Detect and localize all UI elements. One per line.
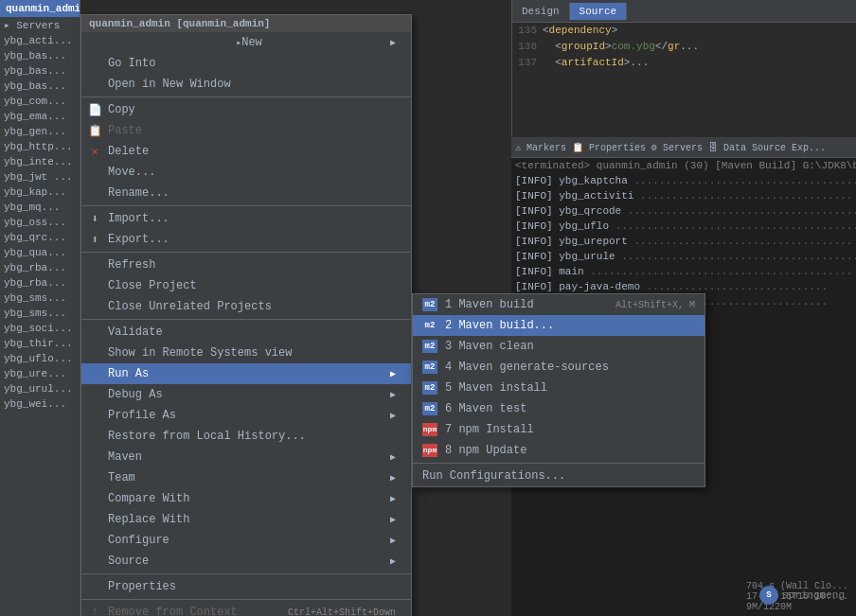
editor-tabs: Design Source: [512, 0, 856, 23]
toolbar-properties[interactable]: 📋 Properties: [572, 142, 646, 153]
tab-source[interactable]: Source: [570, 3, 628, 20]
run-as-arrow-icon: ▶: [390, 368, 396, 379]
tab-design[interactable]: Design: [512, 3, 570, 20]
m2-icon: m2: [422, 340, 437, 353]
menu-item-show-remote[interactable]: Show in Remote Systems view: [81, 343, 411, 363]
editor-toolbar: ⚠ Markers 📋 Properties ⚙ Servers 🗄 Data …: [511, 137, 856, 158]
export-icon: ⬆: [85, 233, 104, 247]
menu-item-restore[interactable]: Restore from Local History...: [81, 426, 411, 447]
menu-item-refresh[interactable]: Refresh: [81, 255, 411, 275]
sidebar-item[interactable]: ybg_http...: [0, 139, 80, 154]
sidebar-item[interactable]: ybg_uflo...: [0, 351, 80, 366]
menu-item-team[interactable]: Team ▶: [81, 467, 411, 488]
code-content: <dependency>: [543, 23, 617, 39]
menu-item-import[interactable]: ⬇ Import...: [81, 208, 411, 229]
menu-item-export[interactable]: ⬆ Export...: [81, 229, 411, 250]
menu-item-run-as[interactable]: Run As ▶: [81, 363, 411, 384]
copy-icon: 📄: [85, 103, 104, 117]
editor-line-136: 136 <groupId>com.ybg</gr...: [512, 39, 856, 55]
compare-arrow-icon: ▶: [390, 493, 396, 504]
sidebar-item[interactable]: ybg_ema...: [0, 109, 80, 124]
console-line: [INFO] ybg_ureport .....................…: [511, 234, 856, 249]
menu-item-configure[interactable]: Configure ▶: [81, 530, 411, 551]
separator: [81, 97, 411, 97]
submenu-item-maven-test[interactable]: m2 6 Maven test: [413, 398, 704, 419]
menu-item-compare[interactable]: Compare With ▶: [81, 488, 411, 509]
menu-item-open-window[interactable]: Open in New Window: [81, 74, 411, 95]
sidebar-item[interactable]: ybg_com...: [0, 94, 80, 109]
console-line: [INFO] ybg_urule .......................…: [511, 249, 856, 264]
submenu-item-npm-install[interactable]: npm 7 npm Install: [413, 419, 704, 440]
menu-item-new[interactable]: ▸ New ▶: [81, 32, 411, 53]
m2-icon: m2: [422, 319, 437, 332]
console-line: [INFO] ybg_activiti ....................…: [511, 188, 856, 203]
menu-item-source[interactable]: Source ▶: [81, 551, 411, 572]
submenu-item-run-configurations[interactable]: Run Configurations...: [413, 466, 704, 486]
sidebar-item[interactable]: ybg_sms...: [0, 290, 80, 306]
menu-item-copy[interactable]: 📄 Copy: [81, 99, 411, 120]
menu-item-goto[interactable]: Go Into: [81, 53, 411, 74]
menu-item-profile-as[interactable]: Profile As ▶: [81, 405, 411, 426]
menu-item-rename[interactable]: Rename...: [81, 183, 411, 203]
sidebar-title: quanmin_admin [quanmin_admin]: [0, 0, 80, 17]
sidebar-item[interactable]: ybg_urul...: [0, 381, 80, 396]
source-arrow-icon: ▶: [390, 555, 396, 567]
sidebar-item[interactable]: ybg_sms...: [0, 306, 80, 321]
sidebar-item[interactable]: ybg_bas...: [0, 48, 80, 63]
watermark-text: springmeng: [782, 590, 845, 601]
sidebar-item[interactable]: ybg_inte...: [0, 154, 80, 169]
console-terminated: <terminated> quanmin_admin (30) [Maven B…: [511, 158, 856, 173]
console-line: [INFO] ybg_uflo ........................…: [511, 219, 856, 234]
submenu-item-maven-install[interactable]: m2 5 Maven install: [413, 378, 704, 398]
sidebar-item[interactable]: ybg_thir...: [0, 336, 80, 351]
sidebar-item[interactable]: ybg_qua...: [0, 245, 80, 260]
console-line: [INFO] main ............................…: [511, 264, 856, 279]
sidebar-item[interactable]: ybg_qrc...: [0, 230, 80, 245]
sidebar-item[interactable]: ybg_bas...: [0, 79, 80, 94]
menu-item-delete[interactable]: ✕ Delete: [81, 141, 411, 162]
menu-item-validate[interactable]: Validate: [81, 322, 411, 343]
submenu-item-maven-build[interactable]: m2 1 Maven build Alt+Shift+X, M: [413, 294, 704, 315]
menu-item-close-unrelated[interactable]: Close Unrelated Projects: [81, 296, 411, 317]
configure-arrow-icon: ▶: [390, 535, 396, 546]
sidebar-item[interactable]: ybg_kap...: [0, 185, 80, 200]
debug-as-arrow-icon: ▶: [390, 389, 396, 400]
menu-item-move[interactable]: Move...: [81, 162, 411, 183]
sidebar-item[interactable]: ybg_oss...: [0, 215, 80, 230]
sidebar-item[interactable]: ybg_ure...: [0, 366, 80, 381]
line-number: 136: [516, 39, 543, 55]
m2-icon: m2: [422, 402, 437, 415]
submenu-item-npm-update[interactable]: npm 8 npm Update: [413, 440, 704, 461]
separator: [413, 463, 704, 464]
submenu-item-maven-build2[interactable]: m2 2 Maven build...: [413, 315, 704, 336]
menu-item-maven[interactable]: Maven ▶: [81, 447, 411, 467]
sidebar-item[interactable]: ybg_wei...: [0, 396, 80, 412]
sidebar-item[interactable]: ybg_rba...: [0, 275, 80, 290]
editor-area: Design Source 135 <dependency> 136 <grou…: [511, 0, 856, 137]
sidebar-item[interactable]: ybg_bas...: [0, 63, 80, 79]
toolbar-servers[interactable]: ⚙ Servers: [651, 142, 703, 153]
submenu-item-maven-generate[interactable]: m2 4 Maven generate-sources: [413, 357, 704, 378]
submenu-item-maven-clean[interactable]: m2 3 Maven clean: [413, 336, 704, 357]
paste-icon: 📋: [85, 124, 104, 138]
menu-item-properties[interactable]: Properties: [81, 576, 411, 597]
toolbar-datasource[interactable]: 🗄 Data Source Exp...: [708, 142, 826, 153]
code-content: <groupId>com.ybg</gr...: [543, 39, 699, 55]
submenu-run-as: m2 1 Maven build Alt+Shift+X, M m2 2 Mav…: [412, 293, 705, 487]
line-number: 137: [516, 55, 543, 71]
separator: [81, 599, 411, 600]
separator: [81, 573, 411, 574]
menu-item-close-project[interactable]: Close Project: [81, 275, 411, 296]
toolbar-markers[interactable]: ⚠ Markers: [515, 142, 566, 153]
menu-item-debug-as[interactable]: Debug As ▶: [81, 384, 411, 405]
sidebar-item[interactable]: ybg_mq...: [0, 200, 80, 215]
sidebar-item[interactable]: ybg_soci...: [0, 321, 80, 336]
sidebar-item[interactable]: ▸ Servers: [0, 17, 80, 33]
sidebar-item[interactable]: ybg_jwt ...: [0, 169, 80, 185]
sidebar-item[interactable]: ybg_acti...: [0, 33, 80, 48]
remove-icon: ↑: [85, 606, 104, 616]
console-line: [INFO] ybg_qrcode ......................…: [511, 203, 856, 219]
sidebar-item[interactable]: ybg_gen...: [0, 124, 80, 139]
menu-item-replace[interactable]: Replace With ▶: [81, 509, 411, 530]
sidebar-item[interactable]: ybg_rba...: [0, 260, 80, 275]
